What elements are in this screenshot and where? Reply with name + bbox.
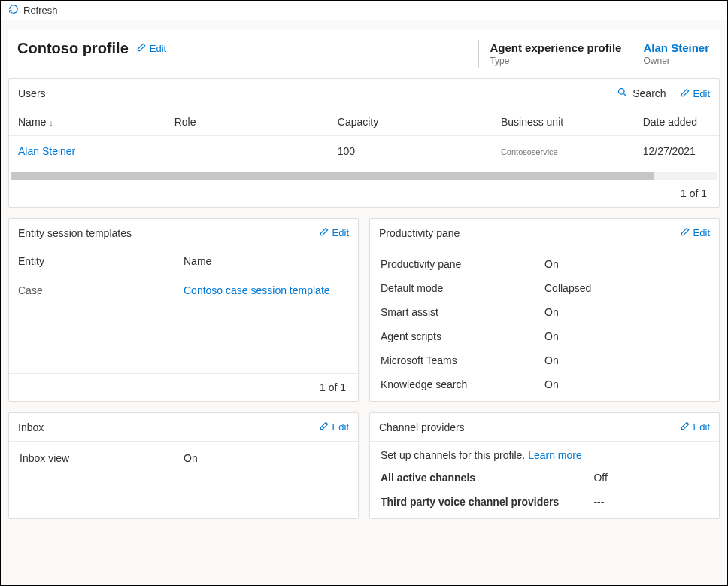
productivity-pane-edit-label: Edit bbox=[693, 227, 710, 238]
entity-templates-card: Entity session templates Edit Entity Nam… bbox=[8, 218, 359, 402]
refresh-icon[interactable] bbox=[8, 4, 19, 17]
table-row[interactable]: Alan Steiner 100 Contososervice 12/27/20… bbox=[9, 136, 719, 173]
list-item: Agent scriptsOn bbox=[370, 324, 719, 348]
kv-key: Productivity pane bbox=[381, 258, 544, 270]
user-date-added: 12/27/2021 bbox=[634, 136, 719, 173]
kv-key: Knowledge search bbox=[381, 378, 544, 390]
kv-key: Microsoft Teams bbox=[381, 354, 544, 366]
list-item: Microsoft TeamsOn bbox=[370, 348, 719, 372]
list-item: Productivity paneOn bbox=[370, 252, 719, 276]
horizontal-scrollbar[interactable] bbox=[11, 172, 717, 180]
svg-point-0 bbox=[619, 89, 625, 95]
kv-value: On bbox=[544, 330, 708, 342]
list-item: All active channelsOff bbox=[370, 466, 719, 490]
col-name[interactable]: Name↓ bbox=[9, 108, 165, 136]
search-icon bbox=[617, 87, 628, 100]
kv-value: Off bbox=[593, 472, 708, 484]
channel-help-text-label: Set up channels for this profile. bbox=[381, 449, 525, 461]
users-title: Users bbox=[18, 87, 46, 99]
channel-help-text: Set up channels for this profile. Learn … bbox=[370, 442, 719, 466]
kv-key: Smart assist bbox=[381, 306, 544, 318]
kv-key: Inbox view bbox=[20, 452, 184, 464]
inbox-card: Inbox Edit Inbox viewOn bbox=[8, 412, 359, 519]
users-table: Name↓ Role Capacity Business unit Date a… bbox=[9, 108, 719, 172]
users-search-label: Search bbox=[632, 87, 666, 99]
page-title: Contoso profile bbox=[17, 40, 129, 57]
meta-type: Agent experience profile Type bbox=[478, 40, 632, 68]
col-role[interactable]: Role bbox=[165, 108, 329, 136]
channel-providers-card: Channel providers Edit Set up channels f… bbox=[369, 412, 720, 519]
users-search-button[interactable]: Search bbox=[617, 87, 666, 100]
user-business-unit: Contososervice bbox=[501, 147, 558, 156]
col-template-name[interactable]: Name bbox=[184, 255, 349, 267]
svg-line-1 bbox=[624, 93, 626, 96]
list-item: Default modeCollapsed bbox=[370, 276, 719, 300]
entity-templates-footer: 1 of 1 bbox=[9, 373, 358, 401]
users-card: Users Search Edit bbox=[8, 78, 720, 208]
entity-templates-title: Entity session templates bbox=[18, 227, 132, 239]
topbar: Refresh bbox=[1, 1, 727, 20]
meta-type-label: Type bbox=[490, 56, 621, 66]
kv-value: On bbox=[184, 452, 347, 464]
productivity-pane-title: Productivity pane bbox=[379, 227, 460, 239]
meta-type-value: Agent experience profile bbox=[490, 41, 621, 54]
kv-key: Default mode bbox=[381, 282, 544, 294]
list-item: Smart assistOn bbox=[370, 300, 719, 324]
channel-providers-edit-button[interactable]: Edit bbox=[680, 421, 710, 433]
entity-templates-edit-button[interactable]: Edit bbox=[319, 226, 349, 239]
table-row[interactable]: Case Contoso case session template bbox=[9, 275, 358, 305]
inbox-title: Inbox bbox=[18, 421, 44, 433]
user-name-link[interactable]: Alan Steiner bbox=[18, 145, 75, 157]
productivity-pane-card: Productivity pane Edit Productivity pane… bbox=[369, 218, 720, 402]
col-date-added[interactable]: Date added bbox=[634, 108, 719, 136]
pencil-icon bbox=[680, 421, 690, 433]
pencil-icon bbox=[680, 87, 690, 100]
kv-value: --- bbox=[593, 496, 708, 508]
page-header: Contoso profile Edit Agent experience pr… bbox=[8, 29, 720, 78]
inbox-edit-label: Edit bbox=[332, 421, 349, 433]
table-header-row: Name↓ Role Capacity Business unit Date a… bbox=[9, 108, 719, 136]
user-capacity: 100 bbox=[329, 136, 492, 173]
learn-more-link[interactable]: Learn more bbox=[528, 449, 582, 461]
pencil-icon bbox=[319, 421, 329, 433]
col-business-unit[interactable]: Business unit bbox=[492, 108, 634, 136]
productivity-pane-edit-button[interactable]: Edit bbox=[680, 226, 710, 239]
edit-profile-button[interactable]: Edit bbox=[136, 42, 166, 55]
pencil-icon bbox=[136, 42, 147, 55]
users-footer: 1 of 1 bbox=[9, 180, 719, 207]
meta-owner-label: Owner bbox=[643, 56, 709, 66]
meta-owner: Alan Steiner Owner bbox=[632, 40, 720, 68]
list-item: Third party voice channel providers--- bbox=[370, 490, 719, 514]
kv-value: On bbox=[544, 378, 708, 390]
refresh-label[interactable]: Refresh bbox=[23, 5, 58, 16]
edit-profile-label: Edit bbox=[150, 43, 166, 54]
users-edit-label: Edit bbox=[693, 88, 710, 99]
col-name-label: Name bbox=[18, 116, 46, 128]
kv-value: On bbox=[544, 354, 708, 366]
kv-key: Agent scripts bbox=[381, 330, 544, 342]
kv-value: On bbox=[544, 306, 708, 318]
channel-providers-title: Channel providers bbox=[379, 421, 465, 433]
pencil-icon bbox=[319, 226, 329, 239]
users-edit-button[interactable]: Edit bbox=[680, 87, 710, 100]
kv-value: On bbox=[544, 258, 708, 270]
entity-templates-edit-label: Edit bbox=[332, 227, 349, 238]
scrollbar-thumb[interactable] bbox=[11, 172, 654, 180]
kv-key: Third party voice channel providers bbox=[381, 496, 593, 508]
entity-value: Case bbox=[18, 284, 184, 296]
list-item: Inbox viewOn bbox=[9, 446, 358, 470]
content-area: Contoso profile Edit Agent experience pr… bbox=[1, 20, 727, 585]
sort-down-icon: ↓ bbox=[49, 118, 53, 127]
pencil-icon bbox=[680, 226, 690, 239]
channel-providers-edit-label: Edit bbox=[693, 421, 710, 433]
template-name-link[interactable]: Contoso case session template bbox=[184, 284, 349, 296]
inbox-edit-button[interactable]: Edit bbox=[319, 421, 349, 433]
kv-key: All active channels bbox=[381, 472, 593, 484]
meta-owner-value[interactable]: Alan Steiner bbox=[643, 41, 709, 54]
col-capacity[interactable]: Capacity bbox=[329, 108, 492, 136]
user-role bbox=[165, 136, 329, 173]
col-entity[interactable]: Entity bbox=[18, 255, 184, 267]
kv-value: Collapsed bbox=[544, 282, 708, 294]
list-item: Knowledge searchOn bbox=[370, 372, 719, 396]
